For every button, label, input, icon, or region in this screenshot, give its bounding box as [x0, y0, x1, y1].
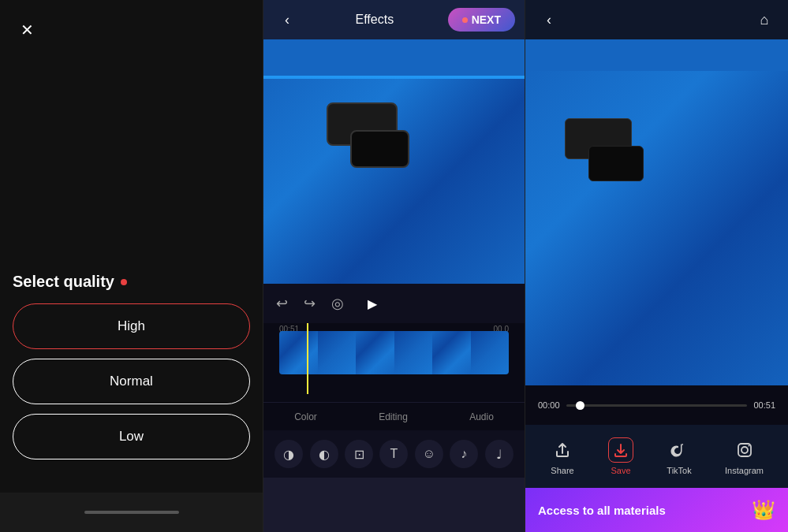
timeline-frame-1 [279, 331, 318, 374]
undo-icon[interactable]: ↩ [276, 295, 288, 312]
save-phone-secondary [588, 146, 644, 181]
video-blue-top [263, 39, 525, 71]
effects-panel: ‹ Effects NEXT ↩ ↪ ◎ ▶ [263, 0, 525, 532]
timeline-frame-5 [432, 331, 471, 374]
effects-video-preview [263, 39, 525, 284]
play-button[interactable]: ▶ [368, 296, 377, 311]
quality-low-button[interactable]: Low [13, 414, 250, 459]
instagram-label: Instagram [725, 466, 764, 475]
volume-icon[interactable]: ◎ [331, 295, 344, 312]
quality-high-button[interactable]: High [13, 303, 250, 349]
select-quality-title: Select quality [13, 273, 250, 291]
timeline-strip [279, 331, 509, 374]
next-dot [462, 17, 468, 23]
promo-emoji: 👑 [752, 499, 775, 521]
save-video-preview [525, 39, 788, 385]
save-progress-bar[interactable] [566, 404, 748, 407]
timeline-frame-2 [318, 331, 357, 374]
save-icon [608, 437, 633, 463]
effects-title: Effects [356, 13, 394, 27]
save-back-button[interactable]: ‹ [535, 6, 563, 34]
filter-tool[interactable]: ◑ [274, 440, 303, 468]
save-video-scene [525, 71, 788, 385]
svg-point-2 [748, 445, 749, 447]
save-label: Save [611, 466, 630, 475]
save-action[interactable]: Save [608, 437, 633, 475]
save-progress-thumb [576, 401, 584, 410]
tab-editing[interactable]: Editing [369, 407, 417, 427]
svg-point-1 [741, 447, 748, 453]
tab-color[interactable]: Color [285, 407, 327, 427]
bottom-indicator [84, 511, 179, 514]
tools-toolbar: ◑ ◐ ⊡ T ☺ ♪ ♩ [263, 430, 525, 478]
mic-tool[interactable]: ♪ [450, 440, 478, 468]
timeline-frame-4 [394, 331, 433, 374]
save-time-end: 00:51 [753, 400, 775, 410]
promo-banner[interactable]: Access to all materials 👑 [525, 488, 788, 532]
share-action[interactable]: Share [550, 437, 575, 475]
redo-icon[interactable]: ↪ [304, 295, 316, 312]
editor-tabs: Color Editing Audio [263, 402, 525, 430]
playback-controls: ↩ ↪ ◎ ▶ [263, 284, 525, 323]
tiktok-label: TikTok [667, 466, 691, 475]
timeline-cursor[interactable] [307, 323, 308, 394]
save-timeline-bar: 00:00 00:51 [525, 385, 788, 425]
text-tool[interactable]: T [379, 440, 408, 468]
music-tool[interactable]: ♩ [485, 440, 514, 468]
promo-text: Access to all materials [538, 504, 666, 517]
home-button[interactable]: ⌂ [750, 6, 779, 34]
tiktok-action[interactable]: TikTok [667, 437, 692, 475]
close-button[interactable]: ✕ [13, 16, 41, 44]
share-icon [550, 437, 575, 463]
crop-tool[interactable]: ⊡ [345, 440, 373, 468]
effects-back-button[interactable]: ‹ [273, 6, 301, 34]
phone-secondary [350, 130, 409, 168]
quality-selector: Select quality High Normal Low [0, 273, 263, 485]
quality-normal-button[interactable]: Normal [13, 359, 250, 404]
cloth-background [263, 79, 525, 284]
emoji-tool[interactable]: ☺ [415, 440, 443, 468]
tab-audio[interactable]: Audio [460, 407, 503, 427]
save-video-top [525, 39, 788, 71]
video-scene [263, 79, 525, 284]
contrast-tool[interactable]: ◐ [310, 440, 338, 468]
save-panel: ‹ ⌂ 00:00 00:51 Share [525, 0, 788, 532]
save-time-start: 00:00 [538, 400, 560, 410]
tiktok-icon [667, 437, 692, 463]
effects-header: ‹ Effects NEXT [263, 0, 525, 39]
red-dot-indicator [121, 279, 127, 285]
instagram-action[interactable]: Instagram [725, 437, 764, 475]
share-label: Share [551, 466, 573, 475]
instagram-icon [732, 437, 757, 463]
timeline-frame-6 [471, 331, 510, 374]
timeline-frame-3 [356, 331, 394, 374]
next-button[interactable]: NEXT [448, 8, 515, 32]
save-actions: Share Save TikTok [525, 425, 788, 488]
panel1-bottom-bar [0, 493, 263, 532]
save-header: ‹ ⌂ [525, 0, 788, 39]
quality-panel: ✕ Select quality High Normal Low [0, 0, 263, 532]
timeline: 00:51 00.0 [263, 323, 525, 402]
panel1-header: ✕ [0, 0, 263, 60]
